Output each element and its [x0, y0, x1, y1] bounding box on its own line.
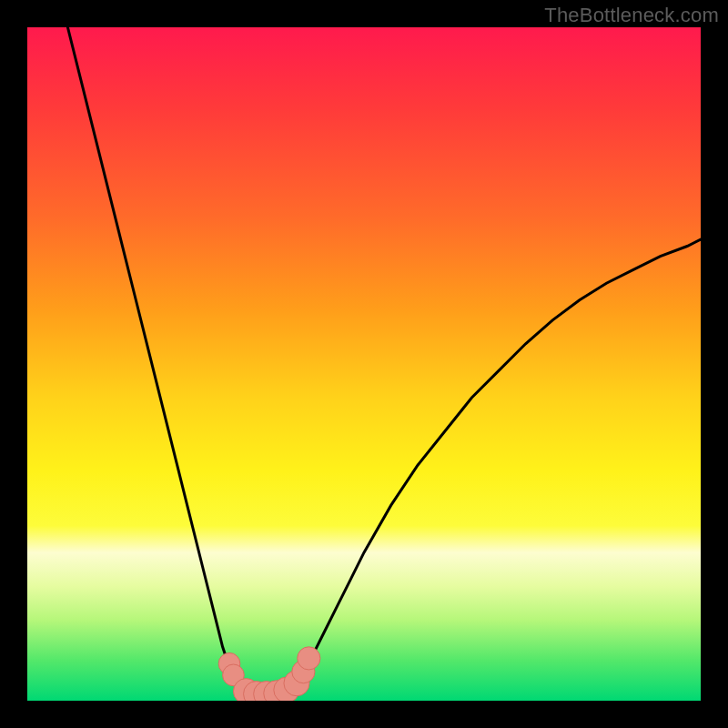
chart-frame: TheBottleneck.com [0, 0, 728, 728]
valley-marker [298, 647, 320, 670]
bottleneck-curve [67, 27, 701, 694]
valley-markers [218, 647, 320, 701]
chart-svg-layer [27, 27, 701, 701]
attribution-label: TheBottleneck.com [544, 4, 719, 27]
curve-path [67, 27, 701, 694]
